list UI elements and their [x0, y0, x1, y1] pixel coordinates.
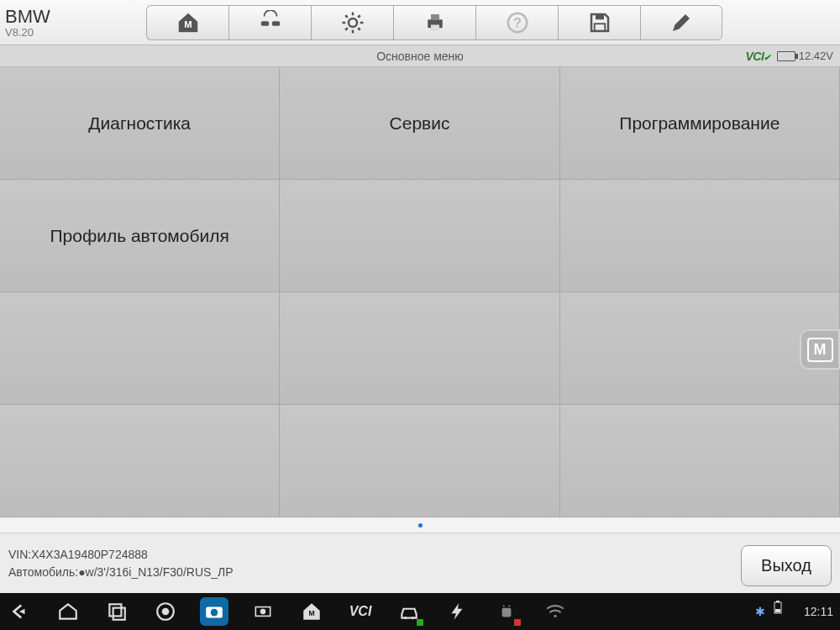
top-toolbar: BMW V8.20 M ? [0, 0, 840, 45]
svg-rect-1 [260, 21, 268, 26]
lightning-icon [447, 601, 469, 622]
vin-value: X4X3A19480P724888 [31, 548, 148, 561]
pencil-icon [669, 10, 694, 35]
camera-button[interactable] [200, 597, 228, 626]
voltage-value: 12.42V [799, 50, 833, 62]
vehicle-info: BMW V8.20 [0, 6, 143, 39]
menu-empty-cell [280, 180, 559, 292]
question-icon: ? [505, 10, 530, 35]
svg-rect-36 [775, 609, 780, 612]
floating-m-badge[interactable]: M [800, 329, 840, 370]
svg-point-3 [349, 18, 357, 27]
battery-icon [777, 51, 795, 61]
brightness-icon [252, 601, 274, 622]
clock-label: 12:11 [804, 605, 833, 618]
menu-empty-cell [0, 405, 280, 517]
menu-item-diagnostics[interactable]: Диагностика [0, 67, 280, 180]
home-button[interactable]: M [146, 5, 228, 40]
menu-empty-cell [0, 292, 280, 405]
svg-rect-30 [502, 608, 512, 617]
menu-empty-cell [560, 405, 840, 517]
svg-rect-13 [431, 14, 439, 19]
footer-bar: VIN:X4X3A19480P724888 Автомобиль:●w/3'/3… [0, 533, 840, 593]
vehicle-scan-button[interactable] [228, 5, 311, 40]
save-button[interactable] [558, 5, 640, 40]
vci-text-icon: VCI [349, 604, 372, 619]
print-button[interactable] [393, 5, 475, 40]
android-notif-button[interactable] [492, 597, 521, 626]
save-icon [587, 10, 612, 35]
svg-point-29 [412, 617, 414, 619]
svg-line-8 [345, 15, 348, 18]
exit-button[interactable]: Выход [741, 545, 832, 586]
wifi-icon [544, 601, 566, 622]
vci-manager-button[interactable]: VCI [346, 597, 375, 626]
svg-line-9 [358, 28, 360, 30]
chrome-icon [155, 601, 176, 622]
svg-point-24 [211, 609, 218, 617]
svg-point-31 [503, 605, 505, 606]
svg-point-33 [554, 615, 556, 617]
vehicle-version-label: V8.20 [5, 26, 143, 39]
svg-text:M: M [308, 609, 314, 617]
vehicle-make-label: BMW [5, 6, 143, 28]
back-arrow-icon [8, 601, 30, 622]
vin-label: VIN: [8, 548, 31, 561]
svg-rect-19 [109, 604, 121, 616]
system-nav-bar: M VCI ✱ 12:11 [0, 593, 840, 630]
brightness-button[interactable] [249, 597, 277, 626]
menu-empty-cell [560, 180, 840, 292]
flash-button[interactable] [444, 597, 472, 626]
menu-empty-cell [280, 292, 559, 405]
svg-point-26 [260, 609, 266, 615]
page-dot-active [418, 523, 423, 528]
svg-point-32 [508, 605, 510, 606]
svg-text:?: ? [513, 15, 522, 30]
svg-point-28 [404, 617, 407, 619]
status-area: VCI✔ 12.42V [745, 50, 833, 63]
home-m-icon: M [176, 10, 201, 35]
vehicle-app-button[interactable] [395, 597, 423, 626]
wifi-button[interactable] [541, 597, 570, 626]
svg-line-10 [345, 28, 348, 30]
svg-rect-20 [113, 608, 125, 620]
toolbar-button-group: M ? [146, 5, 722, 40]
menu-item-programming[interactable]: Программирование [560, 67, 840, 180]
svg-line-11 [358, 15, 360, 18]
svg-rect-18 [594, 24, 605, 31]
nav-home-button[interactable] [54, 597, 82, 626]
menu-item-service[interactable]: Сервис [280, 67, 559, 180]
main-menu-grid: Диагностика Сервис Программирование Проф… [0, 67, 840, 517]
sub-header: Основное меню VCI✔ 12.42V [0, 45, 840, 67]
camera-icon [203, 601, 225, 622]
settings-button[interactable] [311, 5, 393, 40]
menu-empty-cell [560, 292, 840, 405]
svg-rect-14 [431, 24, 439, 31]
help-button[interactable]: ? [475, 5, 558, 40]
battery-voltage: 12.42V [777, 50, 833, 62]
vehicle-detail-text: VIN:X4X3A19480P724888 Автомобиль:●w/3'/3… [8, 546, 234, 581]
maxisys-app-button[interactable]: M [297, 597, 326, 626]
page-indicator [0, 517, 840, 533]
svg-point-22 [162, 608, 170, 616]
home-icon [57, 601, 79, 622]
system-status-tray: ✱ 12:11 [755, 601, 833, 622]
page-title: Основное меню [376, 50, 464, 63]
menu-empty-cell [280, 405, 559, 517]
back-button[interactable] [5, 597, 34, 626]
svg-text:M: M [184, 19, 192, 29]
edit-button[interactable] [640, 5, 722, 40]
svg-rect-35 [776, 601, 780, 602]
recent-icon [106, 601, 128, 622]
vehicle-value: ●w/3'/316i_N13/F30/RUS_ЛР [78, 565, 234, 579]
vehicle-scan-icon [258, 10, 283, 35]
chrome-button[interactable] [151, 597, 180, 626]
bluetooth-icon: ✱ [755, 605, 765, 618]
svg-rect-2 [271, 21, 279, 26]
recent-apps-button[interactable] [102, 597, 131, 626]
printer-icon [423, 10, 448, 35]
svg-rect-17 [596, 14, 604, 19]
menu-item-vehicle-profile[interactable]: Профиль автомобиля [0, 180, 280, 292]
gear-icon [340, 10, 365, 35]
vci-status-badge: VCI✔ [745, 50, 769, 63]
